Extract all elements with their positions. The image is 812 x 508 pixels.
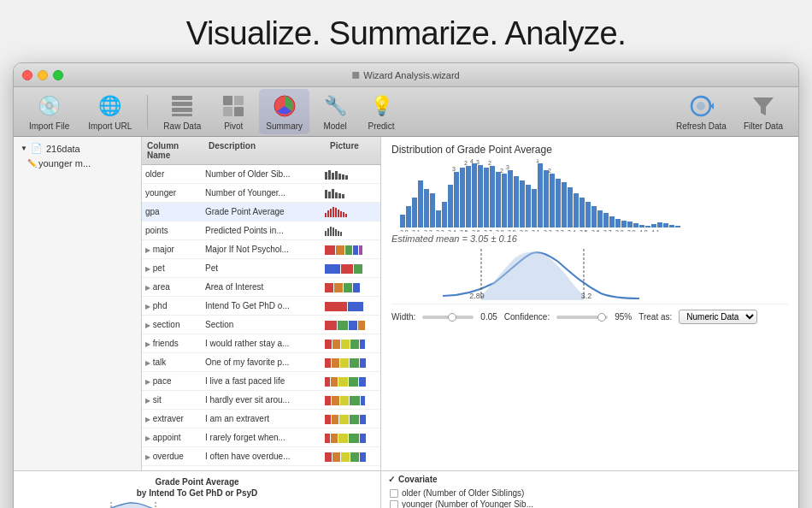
svg-rect-55	[325, 302, 347, 311]
svg-rect-69	[350, 358, 359, 368]
filter-data-label: Filter Data	[744, 121, 783, 131]
svg-rect-95	[360, 452, 366, 462]
col-row-bills[interactable]: ▶ bills I usually put bills nex...	[142, 466, 380, 470]
col-pic-bills	[321, 470, 368, 471]
svg-rect-135	[544, 170, 549, 227]
svg-rect-42	[340, 232, 342, 236]
filter-data-button[interactable]: Filter Data	[737, 89, 790, 134]
svg-rect-40	[335, 229, 337, 236]
svg-text:2: 2	[500, 168, 503, 174]
svg-rect-66	[325, 358, 331, 368]
col-name-pet: ▶ pet	[142, 262, 202, 275]
filter-data-icon	[750, 92, 777, 120]
maximize-button[interactable]	[53, 70, 63, 80]
svg-rect-81	[325, 415, 331, 424]
database-icon: 📄	[31, 143, 43, 154]
sidebar-child-label: younger m...	[38, 158, 91, 168]
svg-rect-87	[331, 434, 338, 443]
svg-rect-92	[332, 452, 340, 462]
svg-rect-45	[345, 245, 352, 255]
svg-text:2.1: 2.1	[412, 229, 421, 232]
import-file-button[interactable]: 💿 Import File	[22, 89, 76, 134]
svg-rect-73	[338, 377, 348, 387]
svg-rect-116	[430, 193, 435, 227]
col-row-overdue[interactable]: ▶ overdue I often have overdue...	[142, 447, 380, 466]
col-row-points[interactable]: points Predicted Points in...	[142, 222, 380, 240]
col-row-sit[interactable]: ▶ sit I hardly ever sit arou...	[142, 391, 380, 410]
col-pic-phd	[321, 300, 368, 312]
svg-rect-86	[325, 434, 330, 443]
raw-data-button[interactable]: Raw Data	[156, 89, 208, 134]
svg-rect-52	[334, 283, 343, 292]
svg-marker-13	[753, 97, 774, 115]
refresh-data-button[interactable]: Refresh Data	[669, 89, 733, 134]
cov-younger[interactable]: younger (Number of Younger Sib...	[388, 499, 791, 508]
treat-as-label: Treat as:	[638, 312, 672, 322]
close-button[interactable]	[22, 70, 32, 80]
confidence-slider[interactable]	[556, 316, 608, 319]
svg-rect-131	[520, 180, 525, 227]
sidebar-child-item[interactable]: ✏️ younger m...	[24, 157, 141, 170]
svg-rect-141	[580, 198, 585, 227]
svg-rect-29	[330, 209, 332, 217]
svg-text:1: 1	[536, 159, 539, 163]
summary-button[interactable]: Summary	[259, 89, 309, 134]
svg-rect-5	[234, 96, 244, 105]
svg-rect-39	[332, 227, 334, 236]
svg-rect-65	[360, 340, 365, 349]
col-row-appoint[interactable]: ▶ appoint I rarely forget when...	[142, 428, 380, 447]
col-pic-area	[321, 281, 368, 293]
col-row-friends[interactable]: ▶ friends I would rather stay a...	[142, 334, 380, 353]
col-row-area[interactable]: ▶ area Area of Interest	[142, 278, 380, 297]
cov-older[interactable]: older (Number of Older Siblings)	[388, 487, 791, 499]
treat-as-select[interactable]: Numeric Data	[679, 310, 757, 324]
svg-rect-88	[338, 434, 348, 443]
col-row-gpa[interactable]: gpa Grade Point Average	[142, 203, 380, 222]
col-row-major[interactable]: ▶ major Major If Not Psychol...	[142, 240, 380, 259]
svg-rect-83	[339, 415, 349, 424]
col-row-pet[interactable]: ▶ pet Pet	[142, 259, 380, 278]
col-header-desc: Description	[203, 139, 325, 162]
svg-rect-77	[332, 396, 339, 405]
svg-rect-61	[325, 340, 332, 349]
svg-rect-74	[349, 377, 358, 387]
col-row-section[interactable]: ▶ section Section	[142, 316, 380, 334]
svg-point-12	[697, 102, 705, 110]
svg-rect-124	[478, 165, 483, 227]
minimize-button[interactable]	[38, 70, 48, 80]
col-row-extraver[interactable]: ▶ extraver I am an extravert	[142, 410, 380, 428]
svg-rect-21	[325, 190, 327, 198]
model-label: Model	[323, 121, 346, 131]
col-row-phd[interactable]: ▶ phd Intend To Get PhD o...	[142, 297, 380, 316]
sidebar-root-item[interactable]: ▼ 📄 216data	[14, 140, 141, 157]
col-desc-talk: One of my favorite p...	[202, 356, 321, 369]
model-button[interactable]: 🔧 Model	[315, 89, 356, 134]
col-row-talk[interactable]: ▶ talk One of my favorite p...	[142, 353, 380, 372]
import-url-button[interactable]: 🌐 Import URL	[81, 89, 138, 134]
svg-text:2.0: 2.0	[400, 229, 409, 232]
svg-rect-16	[332, 173, 334, 180]
svg-rect-121	[460, 168, 465, 227]
toolbar-right: Refresh Data Filter Data	[669, 89, 790, 134]
svg-rect-37	[327, 228, 329, 236]
cov-label-older: older (Number of Older Siblings)	[402, 488, 524, 498]
col-row-older[interactable]: older Number of Older Sib...	[142, 165, 380, 184]
mean-text: Estimated mean = 3.05 ± 0.16	[391, 233, 788, 244]
col-name-gpa: gpa	[142, 205, 202, 218]
svg-rect-50	[354, 264, 362, 274]
svg-text:3.5: 3.5	[580, 229, 588, 232]
predict-button[interactable]: 💡 Predict	[361, 89, 402, 134]
covariate-title: ✓ Covariate	[388, 475, 791, 484]
svg-rect-46	[353, 245, 358, 255]
svg-rect-125	[484, 168, 489, 227]
col-pic-section	[321, 319, 368, 331]
pivot-button[interactable]: Pivot	[213, 89, 254, 134]
col-row-younger[interactable]: younger Number of Younger...	[142, 184, 380, 203]
svg-text:2.4: 2.4	[448, 229, 456, 232]
svg-rect-31	[335, 208, 337, 217]
col-desc-section: Section	[202, 318, 321, 331]
col-row-pace[interactable]: ▶ pace I live a fast paced life	[142, 372, 380, 391]
width-slider[interactable]	[422, 316, 474, 319]
svg-rect-113	[412, 198, 417, 227]
svg-rect-56	[348, 302, 363, 311]
